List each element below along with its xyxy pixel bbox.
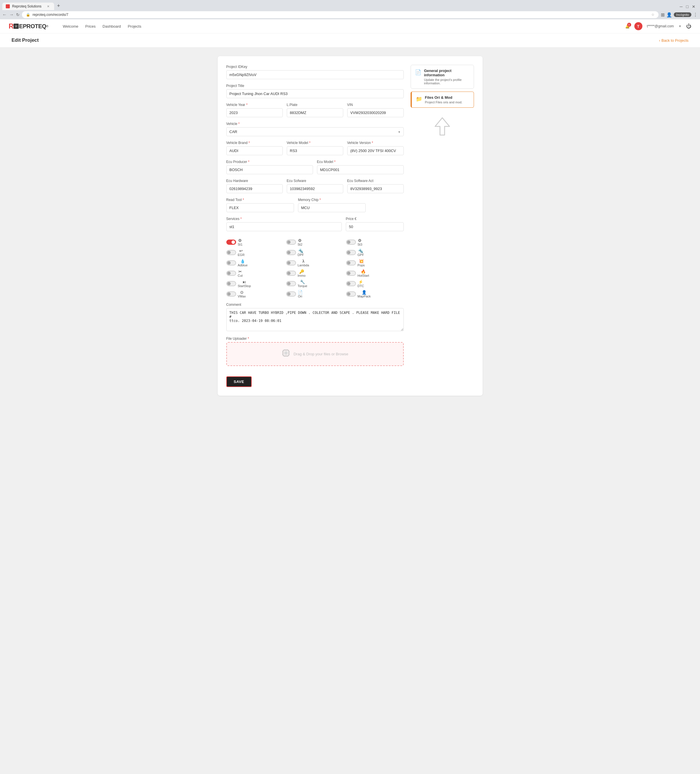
service-toggle-egr[interactable] <box>226 250 236 255</box>
memory-chip-label: Memory Chip * <box>298 198 366 202</box>
forward-nav-button[interactable]: → <box>9 12 14 17</box>
dpf-service-icon: 🔩 <box>298 248 303 253</box>
site-logo[interactable]: R EPROTEQ ® <box>8 22 48 30</box>
read-tool-input[interactable] <box>226 203 294 212</box>
address-bar-row: ← → ↻ 🔒 reproteq.com/records/7 ☆ ⊞ 👤 Inc… <box>0 10 700 19</box>
file-uploader-dropzone[interactable]: Drag & Drop your files or Browse <box>226 342 404 366</box>
vehicle-select[interactable]: CAR TRUCK MOTORCYCLE <box>226 127 404 136</box>
service-toggle-gpf[interactable] <box>346 250 356 255</box>
file-uploader-label: File Uploader * <box>226 337 404 341</box>
service-toggle-startstop[interactable] <box>226 281 236 286</box>
lplate-group: L.Plate <box>287 103 343 117</box>
save-button[interactable]: SAVE <box>226 376 252 387</box>
hotstart-service-label: HotStart <box>357 274 369 277</box>
egr-service-icon: ↩ <box>239 248 243 253</box>
price-label: Price € <box>346 217 404 221</box>
project-id-input[interactable] <box>226 70 404 79</box>
browser-tab[interactable]: Reproteq Solutions ✕ <box>2 3 54 10</box>
vehicle-version-input[interactable] <box>347 146 404 155</box>
services-input[interactable] <box>226 222 342 231</box>
reload-button[interactable]: ↻ <box>16 12 20 17</box>
service-toggle-dtc[interactable] <box>346 281 356 286</box>
extensions-button[interactable]: ⊞ <box>661 12 665 18</box>
nav-projects[interactable]: Projects <box>128 24 141 28</box>
nav-welcome[interactable]: Welcome <box>63 24 78 28</box>
profile-button[interactable]: 👤 <box>666 12 672 18</box>
ecu-software-act-input[interactable] <box>347 184 404 193</box>
notification-bell[interactable]: 🔔 0 <box>625 24 630 28</box>
service-toggle-hotstart[interactable] <box>346 271 356 276</box>
vehicle-model-input[interactable] <box>287 146 343 155</box>
service-toggle-adblue[interactable] <box>226 260 236 266</box>
back-chevron-icon: ‹ <box>659 38 660 43</box>
vehicle-version-label: Vehicle Version * <box>347 141 404 145</box>
user-avatar[interactable]: T <box>634 22 642 30</box>
close-window-button[interactable]: ✕ <box>692 4 695 9</box>
vehicle-brand-input[interactable] <box>226 146 283 155</box>
logo-trademark: ® <box>46 25 48 28</box>
page-title: Edit Project <box>12 38 38 43</box>
back-nav-button[interactable]: ← <box>2 12 7 17</box>
service-toggle-vmax[interactable] <box>226 291 236 296</box>
nav-dashboard[interactable]: Dashboard <box>103 24 121 28</box>
service-item-immo: 🔑Immo <box>286 269 344 277</box>
menu-button[interactable]: ⋮ <box>693 12 698 18</box>
service-item-startstop: ⏯StartStop <box>226 280 284 288</box>
chip-icon <box>281 349 291 360</box>
service-toggle-st3[interactable] <box>346 240 356 245</box>
st3-service-icon: ⚙ <box>358 238 362 243</box>
service-toggle-st2[interactable] <box>286 240 296 245</box>
service-toggle-lambda[interactable] <box>286 260 296 266</box>
service-item-dtc: ⚡DTC <box>346 280 404 288</box>
service-toggle-pops[interactable] <box>346 260 356 266</box>
ecu-hardware-input[interactable] <box>226 184 283 193</box>
ecu-hardware-row: Ecu Hardware Ecu Sofware Ecu Software Ac… <box>226 179 404 198</box>
service-toggle-mappack[interactable] <box>346 291 356 296</box>
maximize-button[interactable]: □ <box>686 4 688 9</box>
bookmark-icon[interactable]: ☆ <box>651 13 655 17</box>
vehicle-year-group: Vehicle Year * <box>226 103 283 117</box>
service-item-st2: ⚙St2 <box>286 238 344 246</box>
service-toggle-ori[interactable] <box>286 291 296 296</box>
lambda-service-icon: λ <box>302 259 304 263</box>
tab-close-icon[interactable]: ✕ <box>47 5 50 8</box>
new-tab-button[interactable]: + <box>54 2 63 10</box>
address-bar[interactable]: 🔒 reproteq.com/records/7 ☆ <box>22 11 659 18</box>
ecu-producer-input[interactable] <box>226 165 313 174</box>
sidebar-section: 📄 General project information Update the… <box>410 65 474 387</box>
services-grid: ⚙St1⚙St2⚙St3↩EGR🔩DPF🔩GPF💧AdblueλLambda💥P… <box>226 238 404 298</box>
adblue-service-icon: 💧 <box>240 259 245 263</box>
vin-label: VIN <box>347 103 404 107</box>
nav-prices[interactable]: Prices <box>85 24 96 28</box>
minimize-button[interactable]: ─ <box>680 4 683 9</box>
vehicle-version-group: Vehicle Version * <box>347 141 404 155</box>
service-item-ori: 📄Ori <box>286 290 344 298</box>
memory-chip-input[interactable] <box>298 203 366 212</box>
project-title-input[interactable] <box>226 89 404 98</box>
service-toggle-immo[interactable] <box>286 271 296 276</box>
logout-icon[interactable]: ⏻ <box>686 23 692 29</box>
read-tool-label: Read Tool * <box>226 198 294 202</box>
ecu-software-input[interactable] <box>287 184 343 193</box>
comment-group: Comment THIS CAR HAVE TURBO HYBRID ,PIPE… <box>226 303 404 332</box>
service-toggle-dpf[interactable] <box>286 250 296 255</box>
service-toggle-cut[interactable] <box>226 271 236 276</box>
st2-service-icon: ⚙ <box>298 238 302 243</box>
service-toggle-torque[interactable] <box>286 281 296 286</box>
price-input[interactable] <box>346 222 404 231</box>
ecu-model-input[interactable] <box>317 165 404 174</box>
dpf-service-label: DPF <box>298 253 304 256</box>
user-dropdown-icon[interactable]: ▼ <box>678 25 682 28</box>
back-to-projects-link[interactable]: ‹ Back to Projects <box>659 38 688 43</box>
general-info-card[interactable]: 📄 General project information Update the… <box>410 65 474 89</box>
comment-textarea[interactable]: THIS CAR HAVE TURBO HYBRID ,PIPE DOWN . … <box>226 308 404 331</box>
lplate-input[interactable] <box>287 108 343 117</box>
page-header: Edit Project ‹ Back to Projects <box>0 33 700 48</box>
vin-input[interactable] <box>347 108 404 117</box>
project-id-group: Project IDKey <box>226 65 404 79</box>
vehicle-year-input[interactable] <box>226 108 283 117</box>
files-info-card[interactable]: 📁 Files Ori & Mod Project Files oris and… <box>410 91 474 108</box>
service-toggle-st1[interactable] <box>226 240 236 245</box>
nav-right-section: 🔔 0 T t*****@gmail.com ▼ ⏻ <box>625 22 692 30</box>
gpf-service-icon: 🔩 <box>358 248 363 253</box>
